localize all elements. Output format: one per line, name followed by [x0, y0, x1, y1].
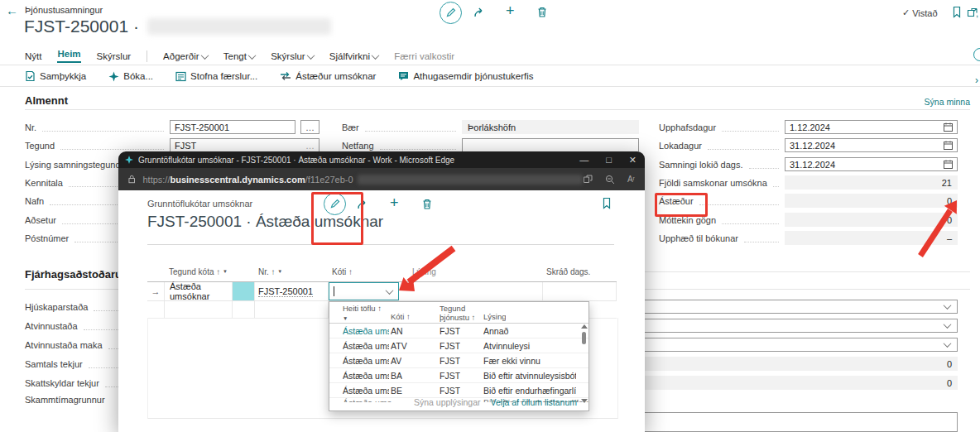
upphafsdagur-input[interactable]: 1.12.2024	[785, 120, 958, 134]
url-text[interactable]: https://businesscentral.dynamics.com/f11…	[142, 175, 353, 185]
samningi-lokid-input[interactable]: 31.12.2024	[785, 157, 958, 171]
section-general-heading[interactable]: Almennt	[25, 94, 68, 107]
astaedur-value-link[interactable]: 0	[785, 194, 958, 208]
trash-icon	[536, 6, 548, 18]
filter-icon: ▼	[223, 269, 228, 274]
grid-header-tegund[interactable]: Tegund kóta ↑ ▼	[164, 262, 233, 281]
more-options-icon[interactable]: ,	[976, 8, 978, 18]
new-button[interactable]: +	[506, 2, 515, 20]
fjoldi-value-link[interactable]: 21	[785, 175, 958, 190]
swap-arrows-icon	[280, 71, 291, 81]
text-caret	[334, 286, 334, 296]
dropdown-header-row: Heiti töflu ↑▼ Kóti ↑ Tegundþjónustu ↑ L…	[329, 302, 588, 324]
dd-header-heiti[interactable]: Heiti töflu ↑▼	[343, 304, 382, 322]
toolbar-reasons-button[interactable]: Ástæður umsóknar	[280, 71, 376, 81]
check-icon: ✓	[902, 7, 910, 18]
menu-item-sjalfvirkni[interactable]: Sjálfvirkni	[329, 51, 378, 61]
trash-icon	[421, 198, 433, 210]
menu-item-nytt[interactable]: Nýtt	[25, 51, 41, 61]
assist-edit-button[interactable]: …	[300, 120, 319, 134]
cell-koti-input[interactable]	[329, 282, 399, 300]
menu-item-skyrslur2[interactable]: Skýrslur	[271, 51, 314, 61]
approve-doc-icon	[25, 70, 36, 82]
cell-tegund[interactable]: Ástæða umsóknar	[164, 282, 233, 300]
dropdown-row[interactable]: Ástæða ums... BA FJST Bið eftir atvinnul…	[329, 368, 588, 383]
expand-icon[interactable]: ›	[975, 74, 978, 86]
open-in-window-icon[interactable]	[583, 175, 593, 184]
dropdown-scrollbar[interactable]	[580, 324, 588, 403]
sort-asc-icon: ↑	[216, 267, 220, 276]
popup-bookmark-button[interactable]	[602, 197, 612, 209]
chevron-down-icon	[944, 320, 952, 329]
lookup-icon[interactable]: …	[305, 141, 315, 151]
dropdown-row[interactable]: Ástæða ums... AN FJST Annað	[329, 324, 588, 338]
bookmark-button[interactable]	[952, 6, 962, 18]
grid-row-1[interactable]: → Ástæða umsóknar FJST-250001	[147, 282, 617, 301]
minimize-button[interactable]: —	[579, 152, 588, 168]
annotation-box-edit-icon	[311, 192, 363, 245]
dropdown-row[interactable]: Ástæða ums... BE FJST Bið eftir endurhæf…	[329, 383, 588, 398]
nr-input[interactable]: FJST-250001	[170, 120, 295, 134]
grid-header-lysing[interactable]: Lýsing	[399, 262, 543, 281]
dd-header-lysing[interactable]: Lýsing	[483, 312, 506, 321]
redacted-customer-name	[147, 18, 331, 35]
grid-header-skrad[interactable]: Skráð dags.	[543, 262, 617, 281]
toolbar-approve-button[interactable]: Samþykkja	[25, 70, 86, 82]
edit-button[interactable]	[440, 2, 462, 24]
collapse-circle-icon[interactable]	[971, 46, 980, 65]
comment-note-icon	[398, 71, 409, 81]
grid-header-row: Tegund kóta ↑ ▼ Nr. ↑ ▼ Kóti ↑ Lýsing Sk…	[147, 262, 617, 281]
close-button[interactable]: ✕	[629, 152, 637, 168]
select-from-full-list-link[interactable]: Velja af öllum listanum	[491, 397, 577, 407]
calendar-icon[interactable]	[944, 141, 953, 150]
back-arrow-icon[interactable]: ←	[6, 3, 18, 17]
popup-urlbar[interactable]: https://businesscentral.dynamics.com/f11…	[118, 168, 645, 190]
grid-header-koti[interactable]: Kóti ↑	[329, 262, 399, 281]
active-row-arrow-icon: →	[147, 282, 164, 300]
menu-divider	[147, 50, 147, 62]
maximize-button[interactable]: □	[606, 152, 612, 168]
toolbar-comments-button[interactable]: Athugasemdir þjónustukerfis	[398, 71, 533, 81]
field-row-lokadagur: Lokadagur 31.12.2024	[659, 138, 958, 152]
combobox-chevron-icon[interactable]	[386, 286, 394, 295]
filter-icon: ▼	[277, 269, 282, 274]
cell-skrad-dags[interactable]	[543, 282, 617, 300]
cell-nr-link[interactable]: FJST-250001	[255, 282, 329, 300]
grid-header-nr[interactable]: Nr. ↑ ▼	[255, 262, 329, 281]
delete-button[interactable]	[536, 6, 548, 18]
calendar-icon[interactable]	[944, 160, 953, 169]
dropdown-row[interactable]: Ástæða ums... AV FJST Fær ekki vinnu	[329, 353, 588, 368]
dropdown-row[interactable]: Ástæða ums... ATV FJST Atvinnuleysi	[329, 338, 588, 353]
zoom-out-icon[interactable]	[605, 175, 615, 185]
cell-lysing[interactable]	[399, 282, 543, 300]
menu-item-skyrslur[interactable]: Skýrslur	[97, 51, 132, 61]
netfang-input[interactable]	[462, 138, 639, 152]
menu-item-faerri-valkostir[interactable]: Færri valkostir	[394, 51, 454, 61]
scroll-up-icon[interactable]	[581, 324, 588, 329]
scrollbar-thumb[interactable]	[582, 332, 586, 344]
field-row-fjoldi: Fjöldi samskonar umsókna 21	[659, 175, 958, 190]
show-details-link[interactable]: Sýna upplýsingar	[414, 397, 481, 407]
dd-header-tegund[interactable]: Tegundþjónustu ↑	[440, 304, 475, 322]
calendar-icon[interactable]	[944, 122, 953, 132]
show-less-link[interactable]: Sýna minna	[910, 97, 970, 107]
share-button[interactable]	[473, 7, 486, 19]
menu-item-tengt[interactable]: Tengt	[223, 51, 255, 61]
lokadagur-input[interactable]: 31.12.2024	[785, 138, 958, 152]
menu-item-heim[interactable]: Heim	[57, 49, 80, 63]
popup-titlebar[interactable]: Grunntöflukótar umsóknar - FJST-250001 ·…	[118, 151, 645, 168]
popup-new-button[interactable]: +	[390, 194, 399, 212]
scroll-down-icon[interactable]	[581, 399, 588, 403]
sort-asc-icon: ↑	[271, 267, 276, 276]
bookmark-icon	[602, 197, 612, 209]
mottekin-value: 0	[785, 213, 958, 227]
toolbar-post-button[interactable]: Bóka...	[108, 71, 153, 82]
dd-header-koti[interactable]: Kóti ↑	[391, 312, 411, 321]
cell-selected-indicator[interactable]	[233, 282, 255, 300]
read-aloud-icon[interactable]: Aʳ	[627, 175, 635, 184]
toolbar-create-entries-button[interactable]: Stofna færslur...	[175, 71, 257, 82]
menu-item-adgerdir[interactable]: Aðgerðir	[163, 51, 208, 61]
chevron-down-icon	[306, 51, 315, 60]
popup-delete-button[interactable]	[421, 198, 433, 210]
tegund-input[interactable]: FJST…	[170, 138, 319, 152]
